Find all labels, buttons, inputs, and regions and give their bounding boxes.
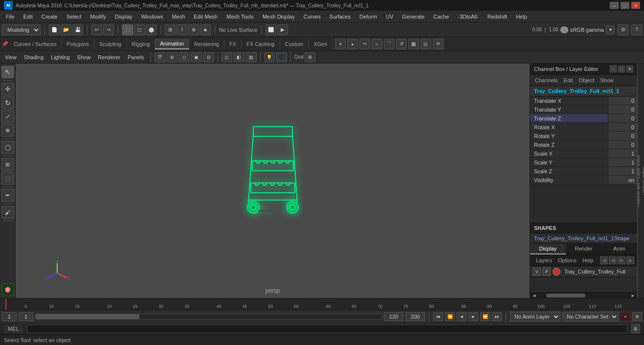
tab-anim[interactable]: Anim [601,244,637,254]
sculpt-tool[interactable]: ✒ [1,189,14,202]
command-input[interactable] [27,324,627,333]
anim-layer-selector[interactable]: No Anim Layer [510,312,560,322]
shelf-icon-key[interactable]: ⋄ [335,39,346,49]
scroll-left-arrow[interactable]: ◄ [532,293,536,298]
save-file-button[interactable]: 💾 [72,24,83,35]
menu-modify[interactable]: Modify [86,13,110,21]
menu-edit-mesh[interactable]: Edit Mesh [190,13,222,21]
shadow-toggle[interactable]: 🌑 [276,52,287,62]
shelf-icon-euler[interactable]: ↺ [396,39,407,49]
status-icon[interactable]: ⊞ [631,324,640,333]
render-button[interactable]: ⬜ [266,24,276,35]
camera-button[interactable]: 🎬 [155,52,165,62]
character-set-selector[interactable]: No Character Set [562,312,619,322]
menu-create[interactable]: Create [38,13,62,21]
step-back[interactable]: ⏪ [445,312,455,321]
shelf-tab-fx[interactable]: FX [224,39,242,49]
workspace-selector[interactable]: Modeling [2,24,41,35]
menu-deform[interactable]: Deform [355,13,381,21]
settings-button[interactable]: ⚙ [618,24,628,35]
range-thumb[interactable] [36,314,139,319]
menu-mesh[interactable]: Mesh [168,13,189,21]
layers-menu-help[interactable]: Help [579,256,597,264]
tab-render[interactable]: Render [566,244,601,254]
play-back[interactable]: ◄ [457,312,466,321]
channel-value-translate-y[interactable]: 0 [608,105,637,114]
play-forward[interactable]: ► [468,312,478,321]
channel-value-rotate-y[interactable]: 0 [608,132,637,140]
tab-display[interactable]: Display [530,244,566,254]
timeline-ruler[interactable]: 5 10 15 20 25 30 35 40 45 50 55 60 65 70… [0,299,644,310]
view-icon-3[interactable]: ▣ [191,52,202,62]
snap-curve-button[interactable]: ⌇ [177,24,187,35]
scroll-thumb[interactable] [546,294,585,298]
range-end-input[interactable] [405,312,425,321]
cb-menu-show[interactable]: Show [597,76,617,84]
shelf-tab-xgen[interactable]: XGen [309,39,333,49]
channel-value-visibility[interactable]: on [608,176,637,184]
menu-help[interactable]: Help [512,13,531,21]
channel-value-scale-x[interactable]: 1 [608,149,637,158]
channel-value-translate-z[interactable]: 0 [608,114,637,122]
cb-maximize[interactable]: □ [618,66,625,72]
menu-surfaces[interactable]: Surfaces [326,13,355,21]
go-to-end[interactable]: ⏭ [492,312,502,321]
channel-value-rotate-z[interactable]: 0 [608,140,637,149]
snap-surface-button[interactable]: ◈ [200,24,211,35]
layer-color-swatch[interactable] [553,268,560,276]
redo-button[interactable]: ↪ [103,24,114,35]
snap-point-button[interactable]: ⊕ [188,24,199,35]
layer-icon-1[interactable]: ◁ [600,256,608,264]
key-settings-button[interactable]: ⚙ [632,312,642,321]
menu-generate[interactable]: Generate [398,13,428,21]
step-forward[interactable]: ⏩ [480,312,490,321]
menu-curves[interactable]: Curves [300,13,325,21]
snap-camera[interactable]: 🎯 [1,283,14,296]
show-manipulator[interactable]: ⊞ [1,158,14,171]
current-frame-input[interactable] [19,312,33,321]
grid-toggle[interactable]: ⊞ [305,52,315,62]
shelf-icon-ghost[interactable]: ◎ [421,39,431,49]
menu-windows[interactable]: Windows [137,13,167,21]
layer-icon-3[interactable]: ▷ [618,256,625,264]
shelf-tab-rendering[interactable]: Rendering [189,39,224,49]
shelf-icon-bake[interactable]: ▦ [408,39,419,49]
select-button[interactable]: ⬚ [122,24,133,35]
menu-mesh-tools[interactable]: Mesh Tools [222,13,257,21]
cb-menu-channels[interactable]: Channels [532,76,560,84]
menu-edit[interactable]: Edit [20,13,37,21]
shapes-item[interactable]: Tray_Cutlery_Trolley_Full_ncl1_1Shape [530,233,637,244]
auto-key-button[interactable]: ⋄ [621,312,630,321]
channel-value-scale-y[interactable]: 1 [608,158,637,166]
start-frame-input[interactable] [2,312,17,321]
attribute-editor-side-tab[interactable]: Attribute Editor Channel Box / Layer Edi… [637,64,644,298]
shelf-icon-curve[interactable]: ⌣ [372,39,382,49]
paint-button[interactable]: ⬤ [146,24,156,35]
view-menu-lighting[interactable]: Lighting [48,53,73,61]
shelf-tab-curves[interactable]: Curves / Surfaces [9,39,62,49]
universal-manipulator[interactable]: ⊕ [1,124,14,137]
shelf-tab-sculpting[interactable]: Sculpting [94,39,127,49]
texture-button[interactable]: ▧ [246,52,257,62]
menu-mesh-display[interactable]: Mesh Display [259,13,299,21]
lasso-button[interactable]: ◻ [134,24,145,35]
menu-display[interactable]: Display [111,13,136,21]
shelf-tab-animation[interactable]: Animation [155,39,189,49]
view-icon-1[interactable]: ⊞ [167,52,178,62]
layer-icon-2[interactable]: ◁ [609,256,617,264]
scale-tool[interactable]: ⤢ [1,110,14,123]
channel-value-translate-x[interactable]: 0 [608,96,637,105]
ipr-button[interactable]: ▶ [277,24,288,35]
end-frame-input[interactable] [384,312,403,321]
cb-menu-object[interactable]: Object [576,76,597,84]
select-tool[interactable]: ↖ [1,66,14,78]
last-tool[interactable]: ⬚ [1,172,14,184]
menu-uv[interactable]: UV [382,13,397,21]
channel-value-rotate-x[interactable]: 0 [608,123,637,131]
color-settings-button[interactable]: ▾ [606,25,615,34]
layers-menu-options[interactable]: Options [555,256,579,264]
view-menu-shading[interactable]: Shading [21,53,46,61]
wireframe-button[interactable]: ◫ [222,52,232,62]
layer-icon-4[interactable]: ▷ [626,256,634,264]
paint-skin-tool[interactable]: 🖌 [1,206,14,219]
